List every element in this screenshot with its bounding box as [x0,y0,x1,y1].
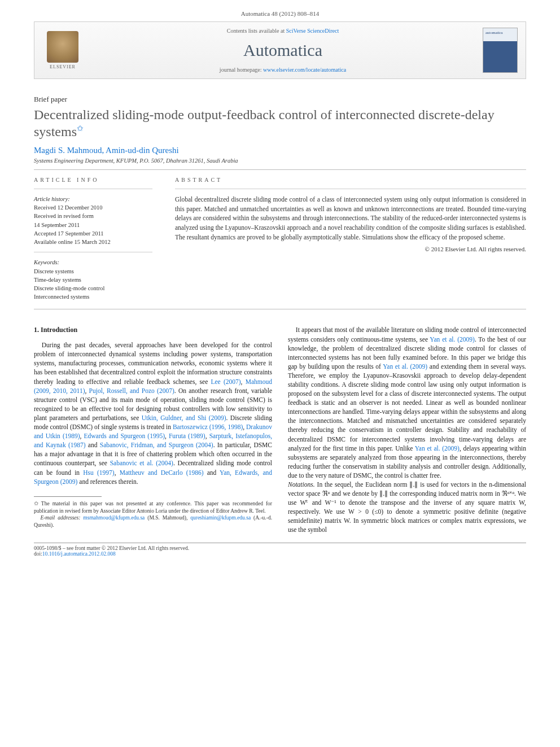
history-online: Available online 15 March 2012 [34,238,152,246]
journal-cover-block [475,22,526,78]
text-run: , [205,433,209,439]
notations-paragraph: Notations. In the sequel, the Euclidean … [288,480,526,535]
text-run: , [241,378,246,385]
section-heading-introduction: 1. Introduction [34,325,272,335]
divider [34,169,526,170]
article-info-block: Article history: Received 12 December 20… [34,189,152,301]
contents-prefix: Contents lists available at [227,28,286,34]
email-link[interactable]: qureshiamin@kfupm.edu.sa [190,515,251,521]
notations-label: Notations. [288,481,315,488]
keyword: Discrete systems [34,267,152,276]
author-affiliation: Systems Engineering Department, KFUPM, P… [34,158,526,164]
text-run: , [85,387,89,394]
page-header-citation: Automatica 48 (2012) 808–814 [0,0,560,21]
title-footnote-marker[interactable]: ✩ [77,124,84,133]
text-run: , [165,433,169,439]
citation-link[interactable]: Furuta (1989) [169,433,205,439]
email-label: E-mail addresses: [40,515,83,521]
history-accepted: Accepted 17 September 2011 [34,229,152,238]
text-run: , [115,469,120,476]
text-run: and extending them in several ways. Ther… [288,363,526,452]
elsevier-tree-icon [47,31,78,63]
article-type: Brief paper [34,95,526,104]
keywords-label: Keywords: [34,258,152,267]
citation-link[interactable]: Utkin, Guldner, and Shi (2009) [142,414,226,421]
footer-copyright: 0005-1098/$ – see front matter © 2012 El… [34,545,526,551]
keyword: Discrete sliding-mode control [34,284,152,292]
text-run: and references therein. [77,478,138,485]
body-paragraph: During the past decades, several approac… [34,340,272,486]
history-label: Article history: [34,195,152,203]
publisher-logo-block: ELSEVIER [34,22,91,78]
abstract-label: ABSTRACT [175,177,526,183]
journal-homepage-link[interactable]: www.elsevier.com/locate/automatica [263,67,346,73]
author-names[interactable]: Magdi S. Mahmoud, Amin-ud-din Qureshi [34,146,526,155]
doi-label: doi: [34,551,42,557]
citation-link[interactable]: Yan et al. (2009) [383,363,427,370]
homepage-prefix: journal homepage: [220,67,263,73]
body-columns: 1. Introduction During the past decades,… [34,325,526,534]
contents-available-line: Contents lists available at SciVerse Sci… [91,28,475,34]
history-revised-date: 14 September 2011 [34,221,152,229]
citation-link[interactable]: Pujol, Rossell, and Pozo (2007) [89,387,174,394]
footnotes-block: ✩ The material in this paper was not pre… [34,500,272,529]
citation-link[interactable]: Yan et al. (2009) [415,445,460,452]
journal-name: Automatica [91,37,475,63]
email-link[interactable]: msmahmoud@kfupm.edu.sa [83,515,145,521]
page-footer: 0005-1098/$ – see front matter © 2012 El… [34,543,526,557]
citation-link[interactable]: Bartoszewicz (1996, 1998) [173,423,243,430]
journal-homepage-line: journal homepage: www.elsevier.com/locat… [91,67,475,73]
article-info-label: ARTICLE INFO [34,177,152,183]
doi-link[interactable]: 10.1016/j.automatica.2012.02.008 [42,551,116,557]
citation-link[interactable]: Hsu (1997) [83,469,114,476]
text-run: and [204,469,220,476]
body-paragraph: It appears that most of the available li… [288,325,526,480]
title-text: Decentralized sliding-mode output-feedba… [34,107,495,139]
footnote-star: ✩ The material in this paper was not pre… [34,500,272,515]
divider [34,309,526,309]
journal-masthead: ELSEVIER Contents lists available at Sci… [34,21,526,79]
email-name: (M.S. Mahmoud), [145,515,190,521]
journal-cover-icon [483,28,518,73]
footnote-rule [34,496,102,497]
keyword: Interconnected systems [34,292,152,301]
citation-link[interactable]: Sabanovic et al. (2004) [110,460,173,466]
text-run: and [86,442,100,448]
elsevier-logo: ELSEVIER [43,28,82,73]
citation-link[interactable]: Yan et al. (2009) [430,336,475,343]
history-revised-label: Received in revised form [34,212,152,220]
abstract-text: Global decentralized discrete sliding mo… [175,195,526,242]
publisher-name: ELSEVIER [50,64,76,69]
keyword: Time-delay systems [34,276,152,284]
notations-text: In the sequel, the Euclidean norm ∥.∥ is… [288,481,526,533]
sciencedirect-link[interactable]: SciVerse ScienceDirect [286,28,339,34]
abstract-copyright: © 2012 Elsevier Ltd. All rights reserved… [175,245,526,254]
citation-link[interactable]: Edwards and Spurgeon (1995) [84,433,165,439]
history-received: Received 12 December 2010 [34,203,152,212]
citation-link[interactable]: Lee (2007) [211,378,240,385]
citation-link[interactable]: Sabanovic, Fridman, and Spurgeon (2004) [100,442,213,448]
citation-link[interactable]: Mattheuv and DeCarlo (1986) [120,469,204,476]
article-title: Decentralized sliding-mode output-feedba… [34,106,526,140]
text-run: , [80,433,84,439]
